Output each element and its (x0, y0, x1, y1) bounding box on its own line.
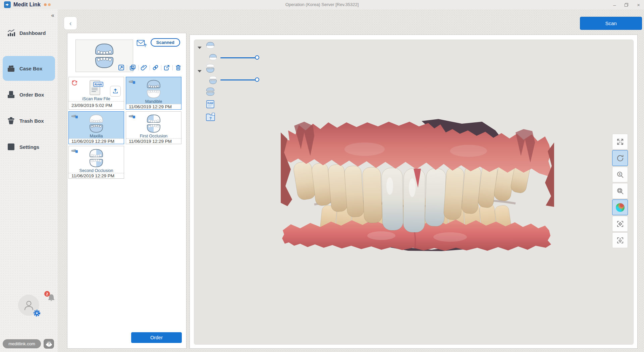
scan-button[interactable]: Scan (580, 17, 642, 30)
attach-icon[interactable] (141, 64, 147, 71)
focus-center-button[interactable] (612, 216, 628, 232)
rotate-button[interactable] (612, 150, 628, 166)
meditlink-website-button[interactable]: meditlink.com (3, 339, 41, 348)
raw-document-icon: RAW (89, 80, 104, 96)
case-detail-panel: ? Scanned (67, 33, 186, 349)
case-actions-toolbar (118, 64, 181, 71)
profile-settings-gear-icon[interactable] (33, 309, 41, 317)
zoom-area-button[interactable] (612, 183, 628, 199)
file-name: Maxilla (90, 134, 103, 138)
tree-item-maxilla-group[interactable] (205, 42, 216, 52)
svg-text:±: ± (619, 172, 621, 176)
notification-bell-icon[interactable]: 2 (46, 293, 56, 303)
3d-dental-scan-model[interactable] (281, 119, 554, 251)
order-box-icon (7, 90, 15, 99)
svg-text:?: ? (209, 116, 212, 120)
mandible-opacity-slider[interactable] (220, 77, 257, 82)
duplicate-icon[interactable] (129, 64, 136, 71)
medit-logo-icon (4, 1, 11, 8)
sidebar-item-order-box[interactable]: Order Box (0, 85, 58, 104)
maxilla-opacity-slider[interactable] (220, 55, 257, 60)
link-icon[interactable] (152, 64, 159, 71)
file-name: Second Occlusion (79, 168, 113, 173)
window-title: Operation (Korea) Server [Rev.35322] (0, 2, 644, 7)
file-date: 11/06/2019 12:29 PM (69, 138, 124, 144)
file-date: 11/06/2019 12:29 PM (126, 138, 181, 144)
application-window: Operation (Korea) Server [Rev.35322] – ×… (0, 0, 644, 352)
slider-handle[interactable] (255, 55, 259, 60)
scan-file-grid: RAW iScan Raw File 23/09/2019 5:02 PM (68, 77, 186, 179)
delete-icon[interactable] (175, 64, 181, 71)
title-bar: Operation (Korea) Server [Rev.35322] – × (0, 0, 644, 9)
back-button[interactable]: ‹ (64, 16, 77, 30)
sidebar-item-case-box[interactable]: Case Box (3, 56, 55, 81)
close-button[interactable]: × (637, 2, 640, 7)
maxilla-thumbnail-icon (82, 114, 111, 133)
texture-color-button[interactable] (612, 199, 628, 215)
mandible-thumbnail-icon (139, 80, 168, 99)
tree-collapse-mandible-icon[interactable] (198, 70, 202, 72)
fullscreen-button[interactable] (612, 134, 628, 150)
case-box-icon (7, 64, 15, 73)
first-occlusion-thumbnail-icon (139, 114, 168, 133)
file-card-second-occlusion[interactable]: Second Occlusion 11/06/2019 12:29 PM (68, 146, 124, 179)
viewer-viewport[interactable]: RAW ? (194, 40, 634, 345)
restore-button[interactable] (625, 3, 628, 7)
mail-status-icon[interactable]: ? (137, 39, 147, 49)
file-name: First Occlusion (140, 134, 168, 138)
viewer-toolbar: ± (612, 134, 628, 248)
sidebar-item-label: Trash Box (19, 118, 44, 124)
tree-item-mandible-group[interactable] (205, 64, 216, 74)
expand-icon[interactable] (118, 64, 124, 71)
file-card-first-occlusion[interactable]: First Occlusion 11/06/2019 12:29 PM (126, 111, 181, 144)
tree-item-raw-data[interactable]: RAW (206, 100, 215, 110)
app-name: Medit Link (13, 2, 41, 8)
sidebar-item-settings[interactable]: Settings (0, 137, 58, 156)
slider-handle[interactable] (255, 77, 259, 82)
sidebar-item-trash-box[interactable]: Trash Box (0, 111, 58, 130)
file-name: iScan Raw File (82, 97, 110, 101)
scanner-icon (71, 149, 79, 155)
tree-collapse-maxilla-icon[interactable] (198, 47, 202, 49)
tree-item-maxilla-scan[interactable] (208, 54, 218, 63)
second-occlusion-thumbnail-icon (82, 149, 111, 168)
minimize-button[interactable]: – (613, 2, 616, 7)
trash-box-icon (7, 116, 15, 125)
logo-dots-icon (44, 3, 51, 6)
notification-count-badge: 2 (44, 291, 50, 297)
svg-text:RAW: RAW (95, 82, 102, 86)
export-icon[interactable] (164, 64, 170, 71)
scanner-icon (128, 79, 137, 86)
file-name: Mandible (145, 99, 162, 104)
sidebar-item-label: Order Box (19, 92, 44, 98)
upload-button[interactable] (110, 86, 121, 97)
tree-item-occlusion[interactable] (205, 87, 216, 99)
sync-error-icon (71, 79, 78, 87)
file-card-mandible[interactable]: Mandible 11/06/2019 12:29 PM (126, 77, 181, 110)
status-badge: Scanned (151, 38, 180, 47)
zoom-button[interactable]: ± (612, 167, 628, 182)
svg-text:?: ? (48, 342, 50, 346)
fit-model-button[interactable] (612, 232, 628, 248)
scanner-icon (128, 114, 137, 120)
sidebar-collapse-button[interactable]: « (51, 12, 54, 19)
tree-item-unknown-folder[interactable]: ? (206, 112, 216, 123)
file-date: 23/09/2019 5:02 PM (69, 101, 124, 109)
order-button[interactable]: Order (131, 332, 182, 343)
back-chevron-icon: ‹ (69, 19, 72, 27)
tree-item-mandible-scan[interactable] (208, 76, 218, 85)
file-card-iscan-raw[interactable]: RAW iScan Raw File 23/09/2019 5:02 PM (68, 77, 124, 110)
sidebar: « Dashboard Case Box (0, 9, 58, 352)
sidebar-item-label: Case Box (19, 66, 42, 71)
file-date: 11/06/2019 12:29 PM (69, 173, 124, 178)
dashboard-icon (7, 28, 15, 37)
viewer-panel: RAW ? (190, 35, 638, 349)
svg-text:RAW: RAW (207, 102, 213, 105)
scanner-icon (71, 114, 79, 120)
sidebar-item-dashboard[interactable]: Dashboard (0, 23, 58, 42)
svg-text:?: ? (144, 43, 147, 48)
file-card-maxilla[interactable]: Maxilla 11/06/2019 12:29 PM (68, 111, 124, 144)
help-support-button[interactable]: ? (44, 339, 54, 349)
app-logo: Medit Link (4, 1, 51, 8)
file-date: 11/06/2019 12:29 PM (126, 104, 181, 109)
